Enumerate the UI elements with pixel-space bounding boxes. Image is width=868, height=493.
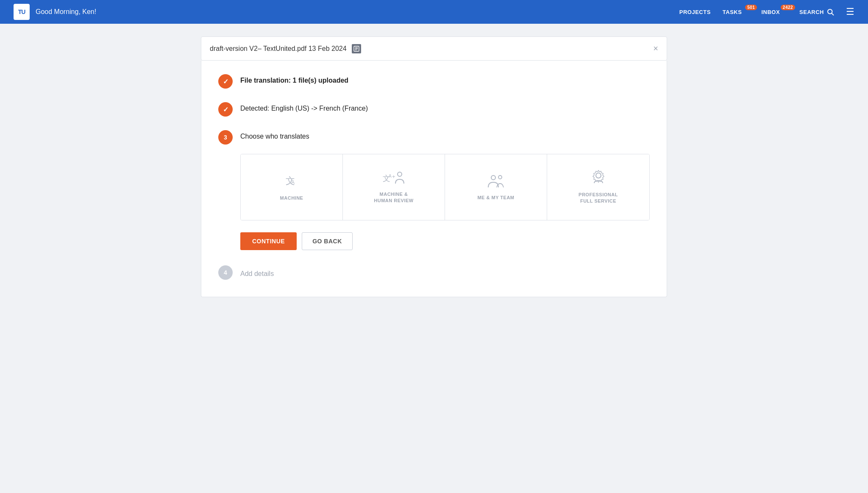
go-back-button[interactable]: GO BACK [302,232,353,250]
machine-icon: 文 A [284,173,300,189]
hamburger-menu[interactable]: ☰ [846,7,854,17]
search-icon [826,8,834,16]
machine-human-label: MACHINE &HUMAN REVIEW [374,191,413,204]
step-4-circle: 4 [218,265,233,280]
continue-button[interactable]: CONTINUE [240,232,297,250]
tasks-badge: 501 [745,5,757,10]
option-machine-human[interactable]: 文 A + MACHINE &HUMAN REVIEW [343,154,445,220]
step-2-label: Detected: English (US) -> French (France… [240,102,368,112]
step-4-label: Add details [240,267,274,278]
step-1-row: ✓ File translation: 1 file(s) uploaded [218,74,650,89]
step-1-label: File translation: 1 file(s) uploaded [240,74,348,84]
svg-point-13 [498,175,502,179]
file-name: draft-version V2– TextUnited.pdf 13 Feb … [210,45,347,53]
option-professional[interactable]: PROFESSIONALFULL SERVICE [547,154,649,220]
step-3-circle: 3 [218,130,233,145]
header-left: TU Good Morning, Ken! [14,4,96,20]
machine-human-icon: 文 A + [383,170,405,185]
option-me-team[interactable]: ME & MY TEAM [445,154,547,220]
me-team-icon [487,173,505,189]
file-bar: draft-version V2– TextUnited.pdf 13 Feb … [201,36,667,61]
svg-line-1 [832,13,833,15]
svg-text:A: A [291,179,295,185]
wizard-card: ✓ File translation: 1 file(s) uploaded ✓… [201,61,667,297]
nav-tasks[interactable]: TASKS 501 [723,9,750,15]
step-3-row: 3 Choose who translates [218,130,650,145]
greeting: Good Morning, Ken! [36,8,96,16]
svg-text:A: A [389,174,392,178]
logo: TU [14,4,30,20]
nav-inbox[interactable]: INBOX 2422 [761,9,787,15]
step-3-label: Choose who translates [240,130,309,140]
step-2-circle: ✓ [218,102,233,117]
nav-projects[interactable]: PROJECTS [679,9,711,15]
close-button[interactable]: × [653,44,658,53]
step-4-row: 4 Add details [218,265,650,280]
professional-icon [590,170,607,186]
app-header: TU Good Morning, Ken! PROJECTS TASKS 501… [0,0,868,24]
action-buttons: CONTINUE GO BACK [240,232,650,250]
file-bar-left: draft-version V2– TextUnited.pdf 13 Feb … [210,44,361,53]
svg-point-14 [596,173,601,178]
nav-search[interactable]: SEARCH [799,8,834,16]
svg-text:+: + [392,173,395,180]
svg-point-12 [491,175,495,180]
step-2-row: ✓ Detected: English (US) -> French (Fran… [218,102,650,117]
svg-point-11 [398,172,402,176]
me-team-label: ME & MY TEAM [477,195,514,201]
inbox-badge: 2422 [781,5,795,10]
option-machine[interactable]: 文 A MACHINE [241,154,343,220]
step-1-circle: ✓ [218,74,233,89]
professional-label: PROFESSIONALFULL SERVICE [579,192,618,205]
file-pdf-icon [352,44,361,53]
header-right: PROJECTS TASKS 501 INBOX 2422 SEARCH ☰ [679,7,854,17]
machine-label: MACHINE [280,195,303,201]
translation-options: 文 A MACHINE 文 A + [240,154,650,220]
main-content: draft-version V2– TextUnited.pdf 13 Feb … [192,36,676,297]
